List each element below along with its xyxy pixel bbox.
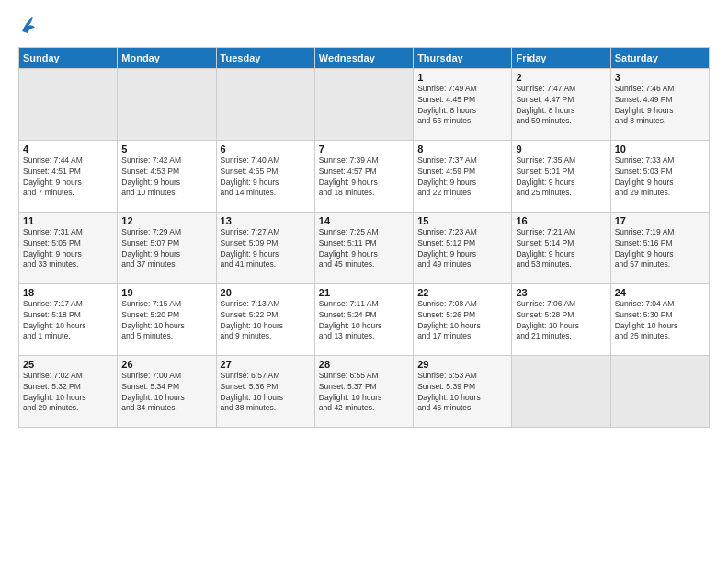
day-info: Sunrise: 7:46 AM Sunset: 4:49 PM Dayligh… bbox=[615, 84, 705, 128]
day-cell: 26Sunrise: 7:00 AM Sunset: 5:34 PM Dayli… bbox=[118, 355, 216, 427]
day-info: Sunrise: 7:47 AM Sunset: 4:47 PM Dayligh… bbox=[516, 84, 606, 128]
day-number: 29 bbox=[417, 359, 507, 370]
page: SundayMondayTuesdayWednesdayThursdayFrid… bbox=[0, 0, 728, 437]
day-cell: 28Sunrise: 6:55 AM Sunset: 5:37 PM Dayli… bbox=[314, 355, 413, 427]
day-info: Sunrise: 7:02 AM Sunset: 5:32 PM Dayligh… bbox=[23, 371, 113, 415]
day-cell bbox=[610, 355, 709, 427]
day-number: 20 bbox=[221, 287, 311, 298]
day-cell: 25Sunrise: 7:02 AM Sunset: 5:32 PM Dayli… bbox=[19, 355, 118, 427]
day-number: 3 bbox=[615, 72, 705, 83]
day-info: Sunrise: 7:33 AM Sunset: 5:03 PM Dayligh… bbox=[615, 155, 705, 200]
logo bbox=[18, 18, 37, 41]
day-number: 17 bbox=[615, 215, 705, 226]
day-info: Sunrise: 7:15 AM Sunset: 5:20 PM Dayligh… bbox=[121, 299, 211, 343]
day-number: 16 bbox=[516, 215, 606, 226]
day-number: 19 bbox=[121, 287, 211, 298]
day-info: Sunrise: 7:35 AM Sunset: 5:01 PM Dayligh… bbox=[516, 155, 606, 200]
col-header-saturday: Saturday bbox=[610, 47, 709, 68]
day-cell: 17Sunrise: 7:19 AM Sunset: 5:16 PM Dayli… bbox=[610, 212, 709, 283]
day-info: Sunrise: 7:29 AM Sunset: 5:07 PM Dayligh… bbox=[121, 227, 211, 271]
col-header-sunday: Sunday bbox=[19, 47, 118, 68]
day-number: 25 bbox=[23, 359, 113, 370]
day-info: Sunrise: 7:21 AM Sunset: 5:14 PM Dayligh… bbox=[516, 227, 606, 271]
day-info: Sunrise: 7:08 AM Sunset: 5:26 PM Dayligh… bbox=[417, 299, 507, 343]
col-header-monday: Monday bbox=[118, 47, 216, 68]
header bbox=[18, 15, 710, 41]
day-number: 6 bbox=[221, 144, 311, 155]
day-cell bbox=[118, 68, 216, 140]
day-number: 2 bbox=[516, 72, 606, 83]
day-number: 8 bbox=[417, 144, 507, 155]
day-cell: 6Sunrise: 7:40 AM Sunset: 4:55 PM Daylig… bbox=[216, 140, 314, 212]
logo-bird-icon bbox=[20, 15, 37, 37]
day-cell bbox=[512, 355, 610, 427]
day-info: Sunrise: 7:04 AM Sunset: 5:30 PM Dayligh… bbox=[615, 299, 705, 343]
day-number: 26 bbox=[121, 359, 211, 370]
day-info: Sunrise: 7:40 AM Sunset: 4:55 PM Dayligh… bbox=[221, 155, 311, 200]
day-cell: 7Sunrise: 7:39 AM Sunset: 4:57 PM Daylig… bbox=[314, 140, 413, 212]
day-number: 11 bbox=[23, 215, 113, 226]
week-row-3: 11Sunrise: 7:31 AM Sunset: 5:05 PM Dayli… bbox=[19, 212, 710, 283]
day-cell: 15Sunrise: 7:23 AM Sunset: 5:12 PM Dayli… bbox=[414, 212, 512, 283]
day-info: Sunrise: 6:53 AM Sunset: 5:39 PM Dayligh… bbox=[417, 371, 507, 415]
day-cell: 14Sunrise: 7:25 AM Sunset: 5:11 PM Dayli… bbox=[314, 212, 413, 283]
day-number: 22 bbox=[417, 287, 507, 298]
calendar-table: SundayMondayTuesdayWednesdayThursdayFrid… bbox=[18, 47, 710, 428]
day-cell: 9Sunrise: 7:35 AM Sunset: 5:01 PM Daylig… bbox=[512, 140, 610, 212]
day-cell: 18Sunrise: 7:17 AM Sunset: 5:18 PM Dayli… bbox=[19, 283, 118, 355]
day-info: Sunrise: 7:37 AM Sunset: 4:59 PM Dayligh… bbox=[417, 155, 507, 200]
day-cell: 8Sunrise: 7:37 AM Sunset: 4:59 PM Daylig… bbox=[414, 140, 512, 212]
col-header-friday: Friday bbox=[512, 47, 610, 68]
day-number: 13 bbox=[221, 215, 311, 226]
day-info: Sunrise: 7:25 AM Sunset: 5:11 PM Dayligh… bbox=[319, 227, 409, 271]
day-info: Sunrise: 7:31 AM Sunset: 5:05 PM Dayligh… bbox=[23, 227, 113, 271]
day-number: 23 bbox=[516, 287, 606, 298]
col-header-wednesday: Wednesday bbox=[314, 47, 413, 68]
day-info: Sunrise: 7:42 AM Sunset: 4:53 PM Dayligh… bbox=[121, 155, 211, 200]
day-info: Sunrise: 7:39 AM Sunset: 4:57 PM Dayligh… bbox=[319, 155, 409, 200]
day-number: 7 bbox=[319, 144, 409, 155]
day-info: Sunrise: 7:11 AM Sunset: 5:24 PM Dayligh… bbox=[319, 299, 409, 343]
day-number: 5 bbox=[121, 144, 211, 155]
day-number: 24 bbox=[615, 287, 705, 298]
day-cell: 11Sunrise: 7:31 AM Sunset: 5:05 PM Dayli… bbox=[19, 212, 118, 283]
day-cell: 4Sunrise: 7:44 AM Sunset: 4:51 PM Daylig… bbox=[19, 140, 118, 212]
week-row-5: 25Sunrise: 7:02 AM Sunset: 5:32 PM Dayli… bbox=[19, 355, 710, 427]
day-number: 18 bbox=[23, 287, 113, 298]
col-header-tuesday: Tuesday bbox=[216, 47, 314, 68]
day-number: 28 bbox=[319, 359, 409, 370]
week-row-1: 1Sunrise: 7:49 AM Sunset: 4:45 PM Daylig… bbox=[19, 68, 710, 140]
day-info: Sunrise: 7:27 AM Sunset: 5:09 PM Dayligh… bbox=[221, 227, 311, 271]
day-number: 21 bbox=[319, 287, 409, 298]
day-info: Sunrise: 7:13 AM Sunset: 5:22 PM Dayligh… bbox=[221, 299, 311, 343]
day-info: Sunrise: 7:44 AM Sunset: 4:51 PM Dayligh… bbox=[23, 155, 113, 200]
day-info: Sunrise: 7:06 AM Sunset: 5:28 PM Dayligh… bbox=[516, 299, 606, 343]
day-number: 4 bbox=[23, 144, 113, 155]
day-cell: 10Sunrise: 7:33 AM Sunset: 5:03 PM Dayli… bbox=[610, 140, 709, 212]
day-number: 14 bbox=[319, 215, 409, 226]
day-cell: 13Sunrise: 7:27 AM Sunset: 5:09 PM Dayli… bbox=[216, 212, 314, 283]
day-info: Sunrise: 7:17 AM Sunset: 5:18 PM Dayligh… bbox=[23, 299, 113, 343]
day-cell: 27Sunrise: 6:57 AM Sunset: 5:36 PM Dayli… bbox=[216, 355, 314, 427]
day-info: Sunrise: 6:57 AM Sunset: 5:36 PM Dayligh… bbox=[221, 371, 311, 415]
col-header-thursday: Thursday bbox=[414, 47, 512, 68]
day-number: 12 bbox=[121, 215, 211, 226]
day-cell bbox=[314, 68, 413, 140]
day-cell bbox=[216, 68, 314, 140]
day-number: 1 bbox=[417, 72, 507, 83]
day-cell: 29Sunrise: 6:53 AM Sunset: 5:39 PM Dayli… bbox=[414, 355, 512, 427]
week-row-2: 4Sunrise: 7:44 AM Sunset: 4:51 PM Daylig… bbox=[19, 140, 710, 212]
day-cell: 19Sunrise: 7:15 AM Sunset: 5:20 PM Dayli… bbox=[118, 283, 216, 355]
day-info: Sunrise: 6:55 AM Sunset: 5:37 PM Dayligh… bbox=[319, 371, 409, 415]
week-row-4: 18Sunrise: 7:17 AM Sunset: 5:18 PM Dayli… bbox=[19, 283, 710, 355]
day-number: 27 bbox=[221, 359, 311, 370]
day-cell: 24Sunrise: 7:04 AM Sunset: 5:30 PM Dayli… bbox=[610, 283, 709, 355]
day-cell: 20Sunrise: 7:13 AM Sunset: 5:22 PM Dayli… bbox=[216, 283, 314, 355]
day-cell: 1Sunrise: 7:49 AM Sunset: 4:45 PM Daylig… bbox=[414, 68, 512, 140]
header-row: SundayMondayTuesdayWednesdayThursdayFrid… bbox=[19, 47, 710, 68]
day-info: Sunrise: 7:00 AM Sunset: 5:34 PM Dayligh… bbox=[121, 371, 211, 415]
day-info: Sunrise: 7:23 AM Sunset: 5:12 PM Dayligh… bbox=[417, 227, 507, 271]
day-cell: 5Sunrise: 7:42 AM Sunset: 4:53 PM Daylig… bbox=[118, 140, 216, 212]
logo-text bbox=[18, 18, 37, 41]
day-cell: 16Sunrise: 7:21 AM Sunset: 5:14 PM Dayli… bbox=[512, 212, 610, 283]
